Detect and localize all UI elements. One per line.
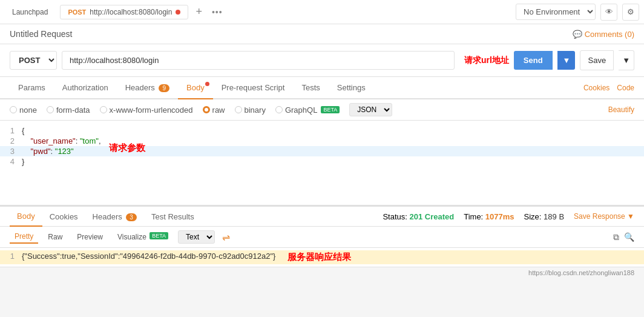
code-line-2: 2 "user_name": "tom", xyxy=(0,136,644,146)
method-select[interactable]: POST xyxy=(10,51,57,70)
tab-settings[interactable]: Settings xyxy=(329,77,374,98)
code-line-4: 4 } xyxy=(0,156,644,167)
body-options-row: none form-data x-www-form-urlencoded raw… xyxy=(0,99,644,121)
time-label: Time: 1077ms xyxy=(464,212,514,221)
line-content-4: } xyxy=(22,157,644,166)
option-form-data[interactable]: form-data xyxy=(47,105,90,115)
body-dot xyxy=(205,82,209,86)
comments-label: Comments (0) xyxy=(585,30,634,39)
url-annotation: 请求url地址 xyxy=(464,55,509,66)
format-icons: ⧉ 🔍 xyxy=(613,232,634,242)
url-input[interactable] xyxy=(62,51,455,70)
radio-form-data xyxy=(47,106,54,113)
response-body: 1 {"Success":true,"SessionId":"49964246-… xyxy=(0,248,644,267)
radio-none xyxy=(10,106,17,113)
option-urlencoded[interactable]: x-www-form-urlencoded xyxy=(100,105,193,115)
tab-pre-request[interactable]: Pre-request Script xyxy=(213,77,294,98)
option-graphql[interactable]: GraphQL BETA xyxy=(275,105,340,115)
format-select[interactable]: JSON xyxy=(349,103,392,116)
resp-line-num-1: 1 xyxy=(0,252,22,263)
code-line-3: 3 "pwd": "123" xyxy=(0,146,644,156)
tab-params[interactable]: Params xyxy=(10,77,54,98)
more-tabs-button[interactable]: ••• xyxy=(209,7,225,17)
visualize-beta-badge: BETA xyxy=(150,232,168,239)
format-row: Pretty Raw Preview Visualize BETA Text ⇌… xyxy=(0,227,644,248)
footer: https://blog.csdn.net/zhongliwan188 xyxy=(0,267,644,278)
status-label: Status: 201 Created xyxy=(383,212,454,221)
comments-link[interactable]: 💬 Comments (0) xyxy=(573,30,634,39)
size-label: Size: 189 B xyxy=(524,212,565,221)
option-binary[interactable]: binary xyxy=(235,105,266,115)
save-dropdown-button[interactable]: ▼ xyxy=(619,50,634,70)
option-none[interactable]: none xyxy=(10,105,37,115)
save-button[interactable]: Save xyxy=(580,50,614,70)
radio-binary xyxy=(235,106,242,113)
line-num-1: 1 xyxy=(0,126,22,135)
send-dropdown-button[interactable]: ▼ xyxy=(557,51,576,70)
code-link[interactable]: Code xyxy=(617,84,634,92)
line-num-3: 3 xyxy=(0,147,22,156)
gear-icon-button[interactable]: ⚙ xyxy=(622,4,639,21)
response-tab-headers[interactable]: Headers 3 xyxy=(85,207,144,226)
radio-graphql xyxy=(275,106,283,113)
response-status-bar: Status: 201 Created Time: 1077ms Size: 1… xyxy=(383,212,634,221)
resp-line-content-1: {"Success":true,"SessionId":"49964246-f2… xyxy=(22,252,275,263)
beautify-button[interactable]: Beautify xyxy=(608,105,634,114)
tab-dot xyxy=(176,10,180,15)
search-response-button[interactable]: 🔍 xyxy=(624,232,634,242)
radio-raw xyxy=(203,106,210,113)
size-value: 189 B xyxy=(544,212,564,221)
request-tab[interactable]: POST http://localhost:8080/login xyxy=(60,5,188,19)
option-raw-label: raw xyxy=(212,105,225,115)
headers-badge: 9 xyxy=(159,84,169,92)
tab-links: Cookies Code xyxy=(583,84,634,92)
code-editor: 1 { 2 "user_name": "tom", 3 "pwd": "123"… xyxy=(0,121,644,205)
graphql-beta-badge: BETA xyxy=(321,106,340,113)
time-value: 1077ms xyxy=(485,212,514,221)
response-tabs-row: Body Cookies Headers 3 Test Results Stat… xyxy=(0,207,644,227)
tab-body[interactable]: Body xyxy=(178,77,213,99)
radio-urlencoded xyxy=(100,106,107,113)
tab-authorization[interactable]: Authorization xyxy=(54,77,117,98)
tab-headers[interactable]: Headers 9 xyxy=(117,77,178,98)
line-num-4: 4 xyxy=(0,157,22,166)
response-tab-cookies[interactable]: Cookies xyxy=(42,207,85,226)
option-binary-label: binary xyxy=(245,105,266,115)
send-button[interactable]: Send xyxy=(514,51,553,70)
url-bar: POST 请求url地址 Send ▼ Save ▼ xyxy=(0,44,644,77)
tab-tests[interactable]: Tests xyxy=(293,77,328,98)
request-title-bar: Untitled Request 💬 Comments (0) xyxy=(0,24,644,44)
option-raw[interactable]: raw xyxy=(203,105,225,115)
option-urlencoded-label: x-www-form-urlencoded xyxy=(110,105,193,115)
response-tab-test-results[interactable]: Test Results xyxy=(144,207,202,226)
option-none-label: none xyxy=(19,105,37,115)
line-num-2: 2 xyxy=(0,136,22,145)
wrap-icon[interactable]: ⇌ xyxy=(222,232,230,243)
tab-url: http://localhost:8080/login xyxy=(90,8,172,16)
request-title-text: Untitled Request xyxy=(10,29,73,39)
copy-response-button[interactable]: ⧉ xyxy=(613,232,619,242)
cookies-link[interactable]: Cookies xyxy=(583,84,610,92)
format-tab-preview[interactable]: Preview xyxy=(72,231,108,243)
env-select[interactable]: No Environment xyxy=(516,4,596,20)
save-response-button[interactable]: Save Response ▼ xyxy=(574,212,634,221)
format-tab-raw[interactable]: Raw xyxy=(43,231,67,243)
response-format-select[interactable]: Text xyxy=(178,230,215,244)
top-bar: Launchpad POST http://localhost:8080/log… xyxy=(0,0,644,24)
comment-icon: 💬 xyxy=(573,30,582,39)
env-section: No Environment 👁 ⚙ xyxy=(516,4,639,21)
footer-link: https://blog.csdn.net/zhongliwan188 xyxy=(528,269,634,276)
status-value: 201 Created xyxy=(409,212,454,221)
format-tab-visualize[interactable]: Visualize BETA xyxy=(113,231,173,243)
launchpad-tab[interactable]: Launchpad xyxy=(5,5,55,19)
tab-method-badge: POST xyxy=(68,8,86,16)
format-tab-pretty[interactable]: Pretty xyxy=(10,230,38,244)
response-tab-body[interactable]: Body xyxy=(10,207,42,227)
option-form-data-label: form-data xyxy=(56,105,90,115)
add-tab-button[interactable]: + xyxy=(193,5,205,18)
params-annotation: 请求参数 xyxy=(109,142,145,154)
response-line-1: 1 {"Success":true,"SessionId":"49964246-… xyxy=(0,250,644,264)
option-graphql-label: GraphQL xyxy=(285,105,317,115)
eye-icon-button[interactable]: 👁 xyxy=(600,4,617,21)
code-line-1: 1 { xyxy=(0,125,644,136)
